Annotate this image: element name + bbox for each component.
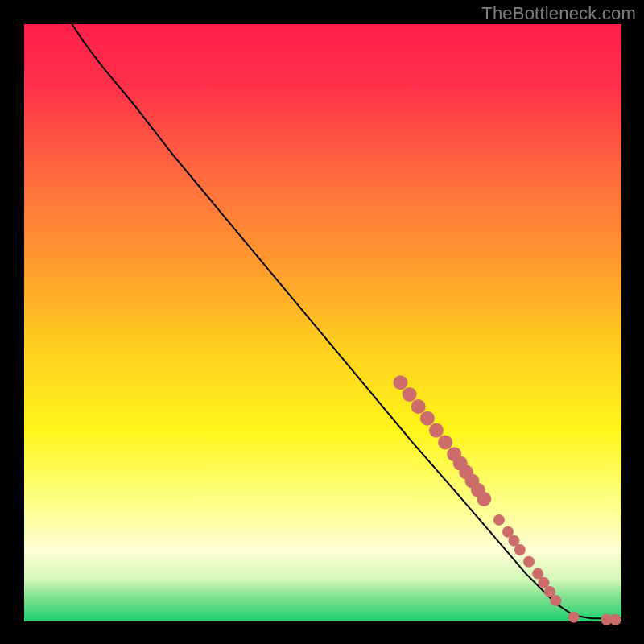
scatter-dot [429, 423, 444, 438]
chart-container: TheBottleneck.com [0, 0, 644, 644]
scatter-dot [493, 514, 505, 526]
scatter-dot [477, 492, 491, 506]
scatter-dot [610, 614, 621, 625]
scatter-dot [523, 556, 535, 568]
plot-area [24, 24, 621, 621]
scatter-dot [402, 387, 417, 402]
scatter-dot [394, 375, 408, 390]
scatter-dot [420, 411, 435, 426]
scatter-dot [550, 595, 561, 606]
chart-svg [0, 0, 644, 644]
scatter-dot [514, 544, 526, 555]
scatter-dot [568, 612, 580, 623]
scatter-dot [411, 399, 426, 414]
scatter-dot [438, 435, 452, 449]
